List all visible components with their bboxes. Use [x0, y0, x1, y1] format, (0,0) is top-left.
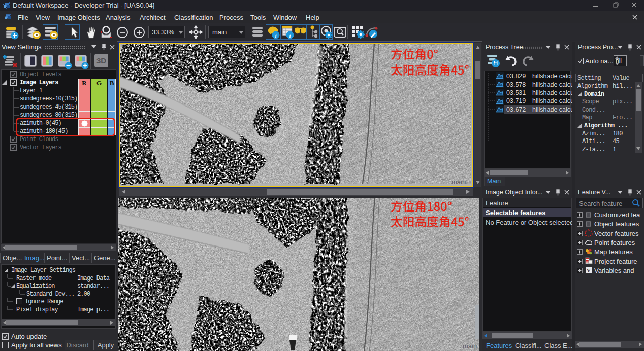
svg-text:V: V	[587, 267, 591, 273]
